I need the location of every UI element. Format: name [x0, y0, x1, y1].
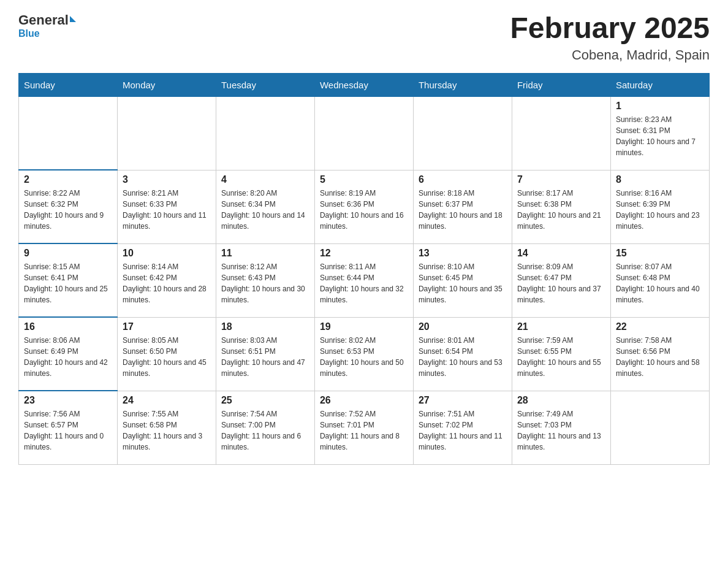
day-info: Sunrise: 8:11 AMSunset: 6:44 PMDaylight:… [320, 261, 408, 305]
calendar-table: SundayMondayTuesdayWednesdayThursdayFrid… [18, 73, 710, 465]
calendar-cell: 9Sunrise: 8:15 AMSunset: 6:41 PMDaylight… [19, 243, 118, 317]
day-info: Sunrise: 8:12 AMSunset: 6:43 PMDaylight:… [221, 261, 309, 305]
calendar-cell: 8Sunrise: 8:16 AMSunset: 6:39 PMDaylight… [610, 170, 709, 243]
day-info: Sunrise: 8:03 AMSunset: 6:51 PMDaylight:… [221, 335, 309, 379]
calendar-cell: 11Sunrise: 8:12 AMSunset: 6:43 PMDayligh… [216, 243, 314, 317]
day-info: Sunrise: 8:07 AMSunset: 6:48 PMDaylight:… [616, 261, 704, 305]
day-number: 28 [517, 395, 605, 406]
calendar-cell: 7Sunrise: 8:17 AMSunset: 6:38 PMDaylight… [512, 170, 610, 243]
day-info: Sunrise: 7:49 AMSunset: 7:03 PMDaylight:… [517, 408, 605, 453]
calendar-cell [117, 96, 216, 170]
calendar-cell: 21Sunrise: 7:59 AMSunset: 6:55 PMDayligh… [512, 317, 610, 391]
day-number: 4 [221, 174, 309, 185]
day-number: 27 [419, 395, 507, 406]
day-number: 5 [320, 174, 408, 185]
day-number: 26 [320, 395, 408, 406]
weekday-header-wednesday: Wednesday [314, 73, 413, 96]
calendar-cell: 2Sunrise: 8:22 AMSunset: 6:32 PMDaylight… [19, 170, 118, 243]
day-number: 18 [221, 321, 309, 332]
calendar-cell [413, 96, 512, 170]
day-info: Sunrise: 8:14 AMSunset: 6:42 PMDaylight:… [123, 261, 211, 305]
weekday-header-sunday: Sunday [19, 73, 118, 96]
day-info: Sunrise: 7:55 AMSunset: 6:58 PMDaylight:… [123, 408, 211, 453]
logo: General Blue [18, 12, 76, 39]
day-info: Sunrise: 8:20 AMSunset: 6:34 PMDaylight:… [221, 188, 309, 232]
calendar-cell: 15Sunrise: 8:07 AMSunset: 6:48 PMDayligh… [610, 243, 709, 317]
calendar-cell: 12Sunrise: 8:11 AMSunset: 6:44 PMDayligh… [314, 243, 413, 317]
day-number: 21 [517, 321, 605, 332]
day-info: Sunrise: 8:18 AMSunset: 6:37 PMDaylight:… [419, 188, 507, 232]
day-info: Sunrise: 8:17 AMSunset: 6:38 PMDaylight:… [517, 188, 605, 232]
day-info: Sunrise: 8:09 AMSunset: 6:47 PMDaylight:… [517, 261, 605, 305]
weekday-header-friday: Friday [512, 73, 610, 96]
day-info: Sunrise: 8:05 AMSunset: 6:50 PMDaylight:… [123, 335, 211, 379]
day-number: 24 [123, 395, 211, 406]
calendar-cell: 14Sunrise: 8:09 AMSunset: 6:47 PMDayligh… [512, 243, 610, 317]
day-info: Sunrise: 8:19 AMSunset: 6:36 PMDaylight:… [320, 188, 408, 232]
calendar-cell: 25Sunrise: 7:54 AMSunset: 7:00 PMDayligh… [216, 391, 314, 464]
calendar-week-row: 9Sunrise: 8:15 AMSunset: 6:41 PMDaylight… [19, 243, 710, 317]
calendar-cell: 22Sunrise: 7:58 AMSunset: 6:56 PMDayligh… [610, 317, 709, 391]
day-number: 11 [221, 248, 309, 259]
day-number: 12 [320, 248, 408, 259]
day-info: Sunrise: 8:22 AMSunset: 6:32 PMDaylight:… [24, 188, 112, 232]
month-title: February 2025 [510, 12, 710, 45]
day-info: Sunrise: 7:59 AMSunset: 6:55 PMDaylight:… [517, 335, 605, 379]
calendar-cell: 19Sunrise: 8:02 AMSunset: 6:53 PMDayligh… [314, 317, 413, 391]
day-number: 19 [320, 321, 408, 332]
weekday-header-thursday: Thursday [413, 73, 512, 96]
calendar-cell: 10Sunrise: 8:14 AMSunset: 6:42 PMDayligh… [117, 243, 216, 317]
calendar-cell: 24Sunrise: 7:55 AMSunset: 6:58 PMDayligh… [117, 391, 216, 464]
calendar-cell: 18Sunrise: 8:03 AMSunset: 6:51 PMDayligh… [216, 317, 314, 391]
day-number: 1 [616, 101, 704, 112]
title-block: February 2025 Cobena, Madrid, Spain [510, 12, 710, 63]
day-number: 23 [24, 395, 112, 406]
calendar-cell: 3Sunrise: 8:21 AMSunset: 6:33 PMDaylight… [117, 170, 216, 243]
calendar-cell: 6Sunrise: 8:18 AMSunset: 6:37 PMDaylight… [413, 170, 512, 243]
calendar-cell: 1Sunrise: 8:23 AMSunset: 6:31 PMDaylight… [610, 96, 709, 170]
day-info: Sunrise: 8:21 AMSunset: 6:33 PMDaylight:… [123, 188, 211, 232]
calendar-cell: 28Sunrise: 7:49 AMSunset: 7:03 PMDayligh… [512, 391, 610, 464]
day-info: Sunrise: 8:02 AMSunset: 6:53 PMDaylight:… [320, 335, 408, 379]
day-number: 20 [419, 321, 507, 332]
calendar-cell: 23Sunrise: 7:56 AMSunset: 6:57 PMDayligh… [19, 391, 118, 464]
day-info: Sunrise: 7:56 AMSunset: 6:57 PMDaylight:… [24, 408, 112, 453]
day-number: 17 [123, 321, 211, 332]
day-number: 8 [616, 174, 704, 185]
day-info: Sunrise: 8:16 AMSunset: 6:39 PMDaylight:… [616, 188, 704, 232]
day-info: Sunrise: 8:23 AMSunset: 6:31 PMDaylight:… [616, 114, 704, 158]
calendar-cell: 4Sunrise: 8:20 AMSunset: 6:34 PMDaylight… [216, 170, 314, 243]
day-number: 10 [123, 248, 211, 259]
weekday-header-saturday: Saturday [610, 73, 709, 96]
calendar-cell [512, 96, 610, 170]
logo-general-text: General [18, 12, 69, 28]
day-info: Sunrise: 8:15 AMSunset: 6:41 PMDaylight:… [24, 261, 112, 305]
logo-arrow-icon [70, 16, 76, 22]
logo-blue-text: Blue [18, 28, 40, 39]
day-number: 15 [616, 248, 704, 259]
day-number: 16 [24, 321, 112, 332]
calendar-week-row: 23Sunrise: 7:56 AMSunset: 6:57 PMDayligh… [19, 391, 710, 464]
calendar-week-row: 2Sunrise: 8:22 AMSunset: 6:32 PMDaylight… [19, 170, 710, 243]
day-number: 2 [24, 174, 112, 185]
page-header: General Blue February 2025 Cobena, Madri… [18, 12, 710, 63]
day-info: Sunrise: 8:06 AMSunset: 6:49 PMDaylight:… [24, 335, 112, 379]
day-info: Sunrise: 7:58 AMSunset: 6:56 PMDaylight:… [616, 335, 704, 379]
day-info: Sunrise: 8:10 AMSunset: 6:45 PMDaylight:… [419, 261, 507, 305]
day-info: Sunrise: 7:54 AMSunset: 7:00 PMDaylight:… [221, 408, 309, 453]
day-number: 6 [419, 174, 507, 185]
calendar-cell: 16Sunrise: 8:06 AMSunset: 6:49 PMDayligh… [19, 317, 118, 391]
calendar-cell [610, 391, 709, 464]
weekday-header-tuesday: Tuesday [216, 73, 314, 96]
calendar-cell [314, 96, 413, 170]
day-number: 7 [517, 174, 605, 185]
calendar-cell [19, 96, 118, 170]
location: Cobena, Madrid, Spain [510, 47, 710, 63]
calendar-cell: 27Sunrise: 7:51 AMSunset: 7:02 PMDayligh… [413, 391, 512, 464]
day-number: 22 [616, 321, 704, 332]
day-info: Sunrise: 7:51 AMSunset: 7:02 PMDaylight:… [419, 408, 507, 453]
calendar-week-row: 16Sunrise: 8:06 AMSunset: 6:49 PMDayligh… [19, 317, 710, 391]
calendar-cell: 13Sunrise: 8:10 AMSunset: 6:45 PMDayligh… [413, 243, 512, 317]
day-number: 25 [221, 395, 309, 406]
calendar-cell: 5Sunrise: 8:19 AMSunset: 6:36 PMDaylight… [314, 170, 413, 243]
